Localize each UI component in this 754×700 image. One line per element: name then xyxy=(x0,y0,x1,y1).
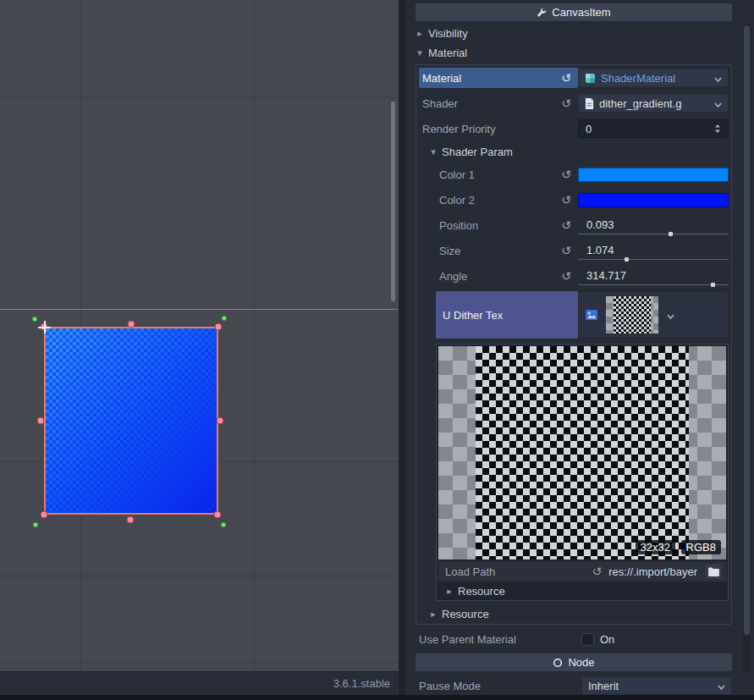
section-resource-inner[interactable]: ▸ Resource xyxy=(438,583,726,598)
position-spin-slider[interactable]: 0.093 xyxy=(578,216,729,234)
godot-editor: 3.6.1.stable CanvasItem ▸ Visibility ▾ M… xyxy=(0,0,754,700)
chevron-down-icon xyxy=(714,72,722,85)
chevron-down-icon xyxy=(667,309,674,322)
inspector-scrollbar-handle[interactable] xyxy=(744,25,750,635)
section-shader-param[interactable]: ▾ Shader Param xyxy=(419,144,729,159)
slider-grabber[interactable] xyxy=(625,257,629,262)
texture-resource-subpanel: 32x32 RGB8 Load Path ↺ res://.import/bay… xyxy=(436,344,729,601)
section-material[interactable]: ▾ Material xyxy=(416,45,732,60)
inspector-panel: CanvasItem ▸ Visibility ▾ Material Mater… xyxy=(405,0,754,700)
selection-handle-top-right[interactable] xyxy=(215,323,223,331)
load-path-value: res://.import/bayer xyxy=(608,565,697,578)
shader-resource-value: dither_gradient.g xyxy=(599,97,682,110)
use-parent-material-checkbox-label: On xyxy=(600,633,614,646)
slider-grabber[interactable] xyxy=(711,283,715,287)
property-row-color2: Color 2 ↺ xyxy=(419,190,729,210)
position-value: 0.093 xyxy=(586,218,614,231)
inspector-scrollbar[interactable] xyxy=(743,24,751,672)
property-row-shader: Shader ↺ dither_gradient.g xyxy=(419,93,729,113)
property-row-use-parent-material: Use Parent Material On xyxy=(416,629,732,649)
shader-file-icon xyxy=(585,98,594,109)
property-row-color1: Color 1 ↺ xyxy=(419,164,729,185)
selection-handle-bottom-right[interactable] xyxy=(214,511,222,519)
selection-handle-top-mid[interactable] xyxy=(128,321,135,328)
size-spin-slider[interactable]: 1.074 xyxy=(578,241,729,260)
2d-viewport-canvas[interactable] xyxy=(0,0,399,671)
property-row-angle: Angle ↺ 314.717 xyxy=(419,266,729,286)
chevron-right-icon: ▸ xyxy=(445,586,454,597)
property-row-pause-mode: Pause Mode Inherit xyxy=(416,675,732,696)
selection-handle-right-mid[interactable] xyxy=(217,417,224,425)
angle-spin-slider[interactable]: 314.717 xyxy=(578,267,729,285)
viewport-vscrollbar[interactable] xyxy=(391,102,395,301)
material-property-label: Material ↺ xyxy=(419,68,578,88)
anchor-dot[interactable] xyxy=(222,316,228,322)
load-path-label: Load Path xyxy=(442,565,586,578)
bayer-texture-image xyxy=(476,346,689,559)
slider-grabber[interactable] xyxy=(669,232,673,236)
shader-resource-dropdown[interactable]: dither_gradient.g xyxy=(578,94,729,113)
material-resource-value: ShaderMaterial xyxy=(601,72,675,85)
revert-icon[interactable]: ↺ xyxy=(561,72,571,84)
property-row-render-priority: Render Priority 0 xyxy=(419,119,729,139)
chevron-down-icon: ▾ xyxy=(429,146,438,157)
texture-preview: 32x32 RGB8 xyxy=(438,346,726,559)
color2-picker-button[interactable] xyxy=(578,193,729,207)
category-canvasitem: CanvasItem xyxy=(416,3,732,21)
size-label: Size ↺ xyxy=(419,240,578,261)
revert-icon[interactable]: ↺ xyxy=(561,168,571,180)
texture-image-icon xyxy=(586,310,597,320)
grid-line xyxy=(254,0,255,671)
anchor-dot[interactable] xyxy=(221,522,227,528)
grid-line xyxy=(0,662,399,663)
property-row-position: Position ↺ 0.093 xyxy=(419,215,729,235)
section-resource-outer[interactable]: ▸ Resource xyxy=(419,606,729,621)
use-parent-material-label: Use Parent Material xyxy=(416,629,581,649)
revert-icon[interactable]: ↺ xyxy=(592,565,603,577)
spinbox-updown-icon[interactable] xyxy=(714,124,721,134)
section-visibility-label: Visibility xyxy=(428,27,468,40)
panel-splitter[interactable] xyxy=(399,0,405,700)
u-dither-tex-dropdown[interactable] xyxy=(578,291,729,339)
section-visibility[interactable]: ▸ Visibility xyxy=(416,25,732,41)
pause-mode-dropdown[interactable]: Inherit xyxy=(581,676,732,695)
texture-size-badge: 32x32 xyxy=(636,540,675,554)
selection-handle-bottom-mid[interactable] xyxy=(127,516,135,524)
render-priority-label: Render Priority xyxy=(419,119,578,139)
window-bottom-edge xyxy=(0,695,754,700)
status-bar: 3.6.1.stable xyxy=(0,671,399,695)
category-node-label: Node xyxy=(568,656,594,669)
selection-handle-bottom-left[interactable] xyxy=(41,511,48,519)
revert-icon[interactable]: ↺ xyxy=(561,219,571,231)
color1-label: Color 1 ↺ xyxy=(419,164,578,185)
grid-line xyxy=(0,97,399,98)
revert-icon[interactable]: ↺ xyxy=(561,270,571,282)
angle-value: 314.717 xyxy=(586,269,626,282)
engine-version-label: 3.6.1.stable xyxy=(333,677,390,690)
selected-canvasitem-sprite[interactable] xyxy=(44,327,218,515)
u-dither-tex-label: U Dither Tex xyxy=(436,291,578,339)
category-canvasitem-label: CanvasItem xyxy=(552,6,610,19)
section-shader-param-label: Shader Param xyxy=(442,146,513,158)
revert-icon[interactable]: ↺ xyxy=(561,245,571,256)
angle-label: Angle ↺ xyxy=(419,266,578,286)
render-priority-spinbox[interactable]: 0 xyxy=(578,119,729,138)
color2-label: Color 2 ↺ xyxy=(419,190,578,210)
color1-picker-button[interactable] xyxy=(578,168,729,182)
anchor-dot[interactable] xyxy=(33,522,39,528)
revert-icon[interactable]: ↺ xyxy=(561,97,571,109)
section-material-label: Material xyxy=(428,47,467,59)
texture-format-badge: RGB8 xyxy=(681,540,721,554)
property-row-size: Size ↺ 1.074 xyxy=(419,240,729,261)
property-row-load-path: Load Path ↺ res://.import/bayer xyxy=(438,561,726,581)
folder-browse-button[interactable] xyxy=(704,563,723,580)
material-resource-dropdown[interactable]: ShaderMaterial xyxy=(578,69,729,87)
revert-icon[interactable]: ↺ xyxy=(561,194,571,206)
viewport-boundary-line xyxy=(0,309,399,310)
anchor-dot[interactable] xyxy=(32,317,38,322)
size-value: 1.074 xyxy=(586,244,614,256)
grid-line xyxy=(0,576,399,576)
section-resource-outer-label: Resource xyxy=(442,608,489,620)
use-parent-material-checkbox[interactable] xyxy=(581,633,594,646)
selection-handle-left-mid[interactable] xyxy=(37,417,45,425)
